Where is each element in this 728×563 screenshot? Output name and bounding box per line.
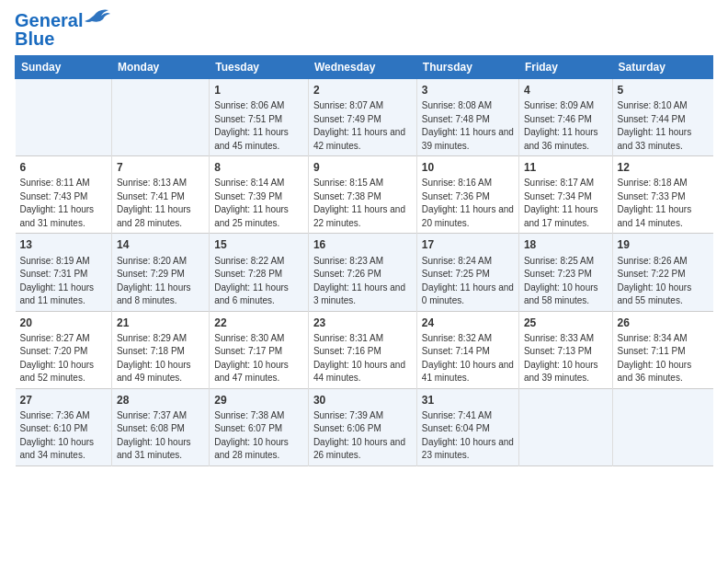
day-cell: 8Sunrise: 8:14 AM Sunset: 7:39 PM Daylig… [210, 156, 309, 234]
day-number: 22 [214, 316, 303, 330]
day-cell: 22Sunrise: 8:30 AM Sunset: 7:17 PM Dayli… [210, 311, 309, 388]
day-cell: 27Sunrise: 7:36 AM Sunset: 6:10 PM Dayli… [16, 388, 112, 465]
day-info: Sunrise: 8:07 AM Sunset: 7:49 PM Dayligh… [313, 100, 405, 151]
day-number: 26 [618, 316, 709, 330]
day-cell: 23Sunrise: 8:31 AM Sunset: 7:16 PM Dayli… [308, 311, 416, 388]
day-cell: 7Sunrise: 8:13 AM Sunset: 7:41 PM Daylig… [111, 156, 209, 234]
day-info: Sunrise: 8:16 AM Sunset: 7:36 PM Dayligh… [422, 178, 514, 228]
day-cell [518, 388, 612, 465]
day-info: Sunrise: 8:26 AM Sunset: 7:22 PM Dayligh… [618, 256, 692, 306]
day-cell: 29Sunrise: 7:38 AM Sunset: 6:07 PM Dayli… [210, 388, 309, 465]
day-info: Sunrise: 7:38 AM Sunset: 6:07 PM Dayligh… [214, 410, 289, 461]
day-cell: 12Sunrise: 8:18 AM Sunset: 7:33 PM Dayli… [612, 156, 712, 234]
col-header-saturday: Saturday [612, 56, 712, 79]
day-number: 29 [214, 393, 303, 408]
page: GeneralBlue SundayMondayTuesdayWednesday… [0, 0, 728, 474]
day-cell: 17Sunrise: 8:24 AM Sunset: 7:25 PM Dayli… [416, 234, 518, 311]
day-cell: 1Sunrise: 8:06 AM Sunset: 7:51 PM Daylig… [210, 79, 309, 156]
day-info: Sunrise: 7:39 AM Sunset: 6:06 PM Dayligh… [313, 410, 405, 461]
day-number: 7 [117, 160, 204, 175]
day-cell [111, 79, 209, 156]
day-info: Sunrise: 7:37 AM Sunset: 6:08 PM Dayligh… [117, 410, 191, 461]
week-row-1: 1Sunrise: 8:06 AM Sunset: 7:51 PM Daylig… [16, 79, 713, 156]
day-number: 20 [20, 316, 107, 330]
day-cell: 9Sunrise: 8:15 AM Sunset: 7:38 PM Daylig… [308, 156, 416, 234]
day-info: Sunrise: 8:25 AM Sunset: 7:23 PM Dayligh… [524, 256, 598, 306]
day-number: 1 [214, 83, 303, 98]
day-info: Sunrise: 8:06 AM Sunset: 7:51 PM Dayligh… [214, 100, 289, 151]
col-header-sunday: Sunday [16, 56, 112, 79]
day-number: 2 [313, 83, 412, 98]
week-row-3: 13Sunrise: 8:19 AM Sunset: 7:31 PM Dayli… [16, 234, 713, 311]
week-row-5: 27Sunrise: 7:36 AM Sunset: 6:10 PM Dayli… [16, 388, 713, 465]
day-cell: 15Sunrise: 8:22 AM Sunset: 7:28 PM Dayli… [210, 234, 309, 311]
calendar-table: SundayMondayTuesdayWednesdayThursdayFrid… [15, 55, 713, 466]
day-cell: 3Sunrise: 8:08 AM Sunset: 7:48 PM Daylig… [416, 79, 518, 156]
day-cell: 26Sunrise: 8:34 AM Sunset: 7:11 PM Dayli… [612, 311, 712, 388]
day-cell: 13Sunrise: 8:19 AM Sunset: 7:31 PM Dayli… [16, 234, 112, 311]
day-info: Sunrise: 8:23 AM Sunset: 7:26 PM Dayligh… [313, 256, 405, 306]
day-cell: 4Sunrise: 8:09 AM Sunset: 7:46 PM Daylig… [518, 79, 612, 156]
day-cell: 28Sunrise: 7:37 AM Sunset: 6:08 PM Dayli… [111, 388, 209, 465]
day-cell: 18Sunrise: 8:25 AM Sunset: 7:23 PM Dayli… [518, 234, 612, 311]
day-info: Sunrise: 8:08 AM Sunset: 7:48 PM Dayligh… [422, 100, 514, 151]
day-info: Sunrise: 8:33 AM Sunset: 7:13 PM Dayligh… [524, 333, 598, 384]
col-header-thursday: Thursday [416, 56, 518, 79]
day-number: 24 [422, 316, 514, 330]
day-cell: 6Sunrise: 8:11 AM Sunset: 7:43 PM Daylig… [16, 156, 112, 234]
week-row-4: 20Sunrise: 8:27 AM Sunset: 7:20 PM Dayli… [16, 311, 713, 388]
day-info: Sunrise: 7:36 AM Sunset: 6:10 PM Dayligh… [20, 410, 95, 461]
day-number: 27 [20, 393, 107, 408]
day-number: 5 [618, 83, 709, 98]
day-info: Sunrise: 8:19 AM Sunset: 7:31 PM Dayligh… [20, 256, 95, 306]
day-number: 16 [313, 237, 412, 252]
day-info: Sunrise: 8:22 AM Sunset: 7:28 PM Dayligh… [214, 256, 289, 306]
day-cell: 10Sunrise: 8:16 AM Sunset: 7:36 PM Dayli… [416, 156, 518, 234]
day-info: Sunrise: 8:11 AM Sunset: 7:43 PM Dayligh… [20, 178, 95, 228]
col-header-friday: Friday [518, 56, 612, 79]
day-cell: 5Sunrise: 8:10 AM Sunset: 7:44 PM Daylig… [612, 79, 712, 156]
day-number: 23 [313, 316, 412, 330]
day-number: 19 [618, 237, 709, 252]
day-number: 30 [313, 393, 412, 408]
day-cell: 30Sunrise: 7:39 AM Sunset: 6:06 PM Dayli… [308, 388, 416, 465]
day-info: Sunrise: 8:20 AM Sunset: 7:29 PM Dayligh… [117, 256, 191, 306]
day-number: 18 [524, 237, 608, 252]
header: GeneralBlue [15, 11, 713, 48]
day-number: 6 [20, 160, 107, 175]
day-cell [16, 79, 112, 156]
day-info: Sunrise: 7:41 AM Sunset: 6:04 PM Dayligh… [422, 410, 514, 461]
week-row-2: 6Sunrise: 8:11 AM Sunset: 7:43 PM Daylig… [16, 156, 713, 234]
logo-bird-icon [85, 6, 110, 27]
header-row: SundayMondayTuesdayWednesdayThursdayFrid… [16, 56, 713, 79]
day-cell: 2Sunrise: 8:07 AM Sunset: 7:49 PM Daylig… [308, 79, 416, 156]
col-header-wednesday: Wednesday [308, 56, 416, 79]
logo: GeneralBlue [15, 11, 110, 48]
day-cell: 20Sunrise: 8:27 AM Sunset: 7:20 PM Dayli… [16, 311, 112, 388]
day-cell: 21Sunrise: 8:29 AM Sunset: 7:18 PM Dayli… [111, 311, 209, 388]
day-number: 21 [117, 316, 204, 330]
day-number: 12 [618, 160, 709, 175]
day-cell: 19Sunrise: 8:26 AM Sunset: 7:22 PM Dayli… [612, 234, 712, 311]
day-info: Sunrise: 8:18 AM Sunset: 7:33 PM Dayligh… [618, 178, 692, 228]
day-number: 25 [524, 316, 608, 330]
day-number: 28 [117, 393, 204, 408]
day-cell: 25Sunrise: 8:33 AM Sunset: 7:13 PM Dayli… [518, 311, 612, 388]
logo-text: GeneralBlue [15, 11, 83, 48]
day-number: 13 [20, 237, 107, 252]
day-info: Sunrise: 8:10 AM Sunset: 7:44 PM Dayligh… [618, 100, 692, 151]
day-info: Sunrise: 8:24 AM Sunset: 7:25 PM Dayligh… [422, 256, 514, 306]
day-cell: 31Sunrise: 7:41 AM Sunset: 6:04 PM Dayli… [416, 388, 518, 465]
day-number: 9 [313, 160, 412, 175]
day-cell [612, 388, 712, 465]
day-number: 17 [422, 237, 514, 252]
day-number: 31 [422, 393, 514, 408]
day-number: 8 [214, 160, 303, 175]
day-cell: 16Sunrise: 8:23 AM Sunset: 7:26 PM Dayli… [308, 234, 416, 311]
day-info: Sunrise: 8:32 AM Sunset: 7:14 PM Dayligh… [422, 333, 514, 384]
day-info: Sunrise: 8:29 AM Sunset: 7:18 PM Dayligh… [117, 333, 191, 384]
day-info: Sunrise: 8:14 AM Sunset: 7:39 PM Dayligh… [214, 178, 289, 228]
day-info: Sunrise: 8:17 AM Sunset: 7:34 PM Dayligh… [524, 178, 598, 228]
day-number: 14 [117, 237, 204, 252]
col-header-monday: Monday [111, 56, 209, 79]
